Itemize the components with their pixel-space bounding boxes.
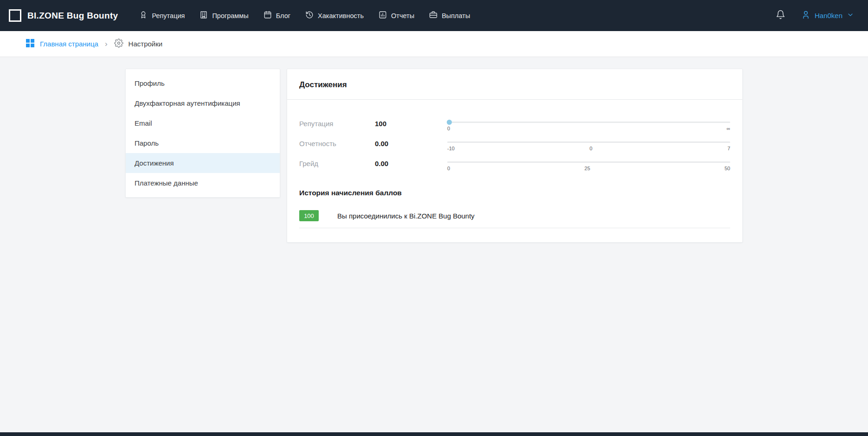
slider-thumb: [447, 120, 452, 125]
payouts-icon: [429, 11, 437, 20]
scale-mid: 0: [590, 146, 592, 151]
main-content: Профиль Двухфакторная аутентификация Ema…: [125, 69, 743, 243]
reputation-icon: [139, 11, 148, 20]
user-icon: [801, 10, 810, 21]
nav-item-programs[interactable]: Программы: [192, 0, 256, 31]
metric-value: 100: [375, 118, 447, 128]
nav-item-blog[interactable]: Блог: [256, 0, 298, 31]
metric-label: Отчетность: [299, 138, 375, 147]
reporting-slider: -10 0 7: [447, 138, 730, 151]
nav-item-label: Репутация: [152, 12, 185, 19]
breadcrumb-current: Настройки: [114, 38, 163, 49]
history-entry-text: Вы присоединились к Bi.ZONE Bug Bounty: [337, 212, 475, 220]
bell-icon: [776, 10, 785, 21]
achievements-header: Достижения: [287, 69, 742, 100]
menu-item-password[interactable]: Пароль: [126, 133, 280, 153]
slider-scale: 0 ∞: [447, 126, 730, 131]
top-navbar: BI.ZONE Bug Bounty Репутация Программы Б…: [0, 0, 868, 31]
reports-icon: [379, 11, 387, 20]
achievements-title: Достижения: [299, 80, 347, 89]
scale-max: 50: [725, 166, 730, 171]
slider-scale: 0 25 50: [447, 166, 730, 171]
slider-track: [447, 161, 730, 163]
footer: [0, 432, 868, 436]
blog-icon: [264, 11, 272, 20]
metric-row-grade: Грейд 0.00 0 25 50: [299, 158, 730, 171]
notifications-button[interactable]: [776, 10, 785, 21]
nav-item-payouts[interactable]: Выплаты: [422, 0, 477, 31]
scale-mid: 25: [585, 166, 590, 171]
nav-item-label: Хакактивность: [318, 12, 364, 19]
slider-track: [447, 141, 730, 143]
breadcrumb-separator-icon: ›: [105, 39, 108, 49]
scale-min: 0: [447, 166, 450, 171]
settings-menu: Профиль Двухфакторная аутентификация Ema…: [125, 69, 280, 198]
scale-min: 0: [447, 126, 450, 131]
nav-item-label: Выплаты: [442, 12, 470, 19]
menu-item-achievements[interactable]: Достижения: [126, 153, 280, 173]
nav-item-label: Отчеты: [391, 12, 414, 19]
user-menu[interactable]: Han0ken: [801, 10, 854, 21]
slider-track: [447, 122, 730, 123]
breadcrumb-home-link[interactable]: Главная страница: [26, 38, 98, 49]
reputation-slider: 0 ∞: [447, 118, 730, 131]
bizone-logo-icon: [9, 9, 21, 22]
nav-item-label: Программы: [212, 12, 248, 19]
grade-slider: 0 25 50: [447, 158, 730, 171]
home-grid-icon: [26, 38, 35, 49]
nav-item-reports[interactable]: Отчеты: [371, 0, 422, 31]
navbar-right: Han0ken: [776, 10, 854, 21]
metric-label: Репутация: [299, 118, 375, 128]
programs-icon: [199, 11, 208, 20]
hacktivity-icon: [305, 11, 314, 20]
menu-item-profile[interactable]: Профиль: [126, 73, 280, 93]
menu-item-2fa[interactable]: Двухфакторная аутентификация: [126, 93, 280, 113]
metric-value: 0.00: [375, 138, 447, 147]
metric-value: 0.00: [375, 158, 447, 167]
user-name: Han0ken: [815, 12, 842, 19]
metric-row-reputation: Репутация 100 0 ∞: [299, 118, 730, 131]
chevron-down-icon: [847, 11, 854, 20]
breadcrumb: Главная страница › Настройки: [0, 31, 868, 57]
history-entry: 100 Вы присоединились к Bi.ZONE Bug Boun…: [299, 210, 730, 228]
points-badge: 100: [299, 210, 319, 221]
nav-item-label: Блог: [276, 12, 290, 19]
menu-item-payment-details[interactable]: Платежные данные: [126, 173, 280, 193]
scale-max: 7: [727, 146, 730, 151]
achievements-card: Достижения Репутация 100 0 ∞ Отчетность: [287, 69, 743, 243]
nav-item-reputation[interactable]: Репутация: [132, 0, 192, 31]
slider-scale: -10 0 7: [447, 146, 730, 151]
menu-item-email[interactable]: Email: [126, 113, 280, 133]
metric-label: Грейд: [299, 158, 375, 167]
achievements-body: Репутация 100 0 ∞ Отчетность 0.00: [287, 100, 742, 242]
main-nav: Репутация Программы Блог Хакактивность О…: [132, 0, 477, 31]
history-title: История начисления баллов: [299, 189, 730, 197]
brand-title: BI.ZONE Bug Bounty: [27, 11, 118, 21]
gear-icon: [114, 38, 123, 49]
scale-min: -10: [447, 146, 455, 151]
metric-row-reporting: Отчетность 0.00 -10 0 7: [299, 138, 730, 151]
scale-max: ∞: [727, 126, 730, 131]
brand[interactable]: BI.ZONE Bug Bounty: [9, 9, 118, 22]
breadcrumb-home-label: Главная страница: [40, 40, 98, 48]
nav-item-hacktivity[interactable]: Хакактивность: [298, 0, 371, 31]
breadcrumb-current-label: Настройки: [129, 40, 163, 48]
